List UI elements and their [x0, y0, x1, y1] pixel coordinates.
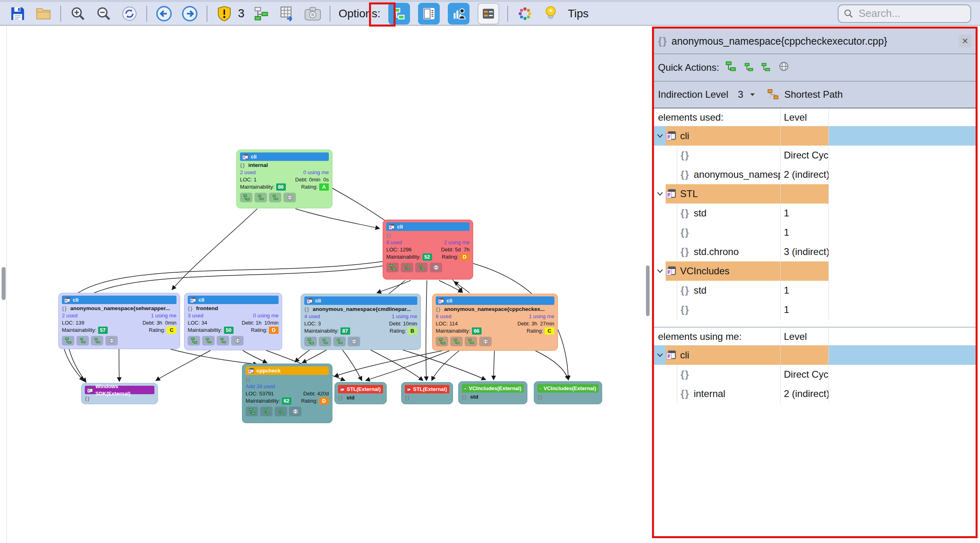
- node-used-count[interactable]: 4 used: [304, 313, 320, 320]
- graph-node-cppcheckexecutor[interactable]: cli{ }8 used2 using me LOC: 1296Debt: 5d…: [383, 220, 473, 280]
- zoom-out-button[interactable]: [95, 5, 113, 23]
- node-globe-button[interactable]: [289, 407, 301, 416]
- tree-group-cli[interactable]: cli: [654, 126, 976, 146]
- namespace-braces-icon: { }: [681, 169, 689, 180]
- left-scrollbar-thumb[interactable]: [2, 267, 6, 300]
- node-using-count[interactable]: 1 using me: [529, 313, 554, 320]
- node-graph2-button[interactable]: [415, 263, 428, 272]
- node-globe-button[interactable]: [231, 336, 244, 346]
- tree-item[interactable]: { }anonymous_namespace{cm 2 (indirect): [654, 165, 976, 184]
- node-using-count[interactable]: 1 using me: [151, 312, 176, 319]
- node-graph-button[interactable]: [202, 336, 215, 346]
- option-metrics-button[interactable]: [448, 3, 469, 25]
- screenshot-button[interactable]: [304, 5, 322, 23]
- color-wheel-button[interactable]: [516, 5, 534, 23]
- node-graph-button[interactable]: [260, 407, 273, 416]
- node-graph2-button[interactable]: [217, 336, 229, 346]
- close-icon[interactable]: ✕: [959, 35, 972, 47]
- node-globe-button[interactable]: [430, 263, 442, 272]
- node-graph-button[interactable]: [254, 193, 267, 202]
- node-globe-button[interactable]: [283, 193, 296, 202]
- node-used-count[interactable]: 2 used: [62, 312, 78, 319]
- forward-button[interactable]: [181, 5, 199, 23]
- node-using-count[interactable]: 2 using me: [444, 239, 469, 246]
- graph-node-vcincludes1[interactable]: VCIncludes(External){ }std: [458, 381, 527, 404]
- node-graph-button[interactable]: [319, 337, 331, 346]
- node-graph2-button[interactable]: [269, 193, 281, 202]
- search-box[interactable]: [838, 4, 971, 23]
- quick-action-graph-button[interactable]: [726, 63, 736, 74]
- save-button[interactable]: [9, 5, 27, 23]
- graph-node-cmdlineparser[interactable]: cli{ }anonymous_namespace{cmdlinepar...4…: [301, 294, 421, 350]
- tree-group-cli[interactable]: cli: [654, 346, 976, 365]
- graph-node-frontend[interactable]: cli{ }frontend3 used0 using me LOC: 34De…: [184, 293, 282, 350]
- node-expand-used-button[interactable]: [240, 193, 252, 202]
- chevron-down-icon[interactable]: [656, 351, 664, 359]
- node-globe-button[interactable]: [105, 336, 118, 346]
- warnings-button[interactable]: [215, 5, 233, 23]
- option-info-panel-button[interactable]: [418, 3, 440, 25]
- node-graph2-button[interactable]: [275, 407, 287, 416]
- chevron-down-icon[interactable]: [656, 132, 664, 140]
- node-using-count[interactable]: 0 using me: [253, 312, 279, 319]
- node-used-count[interactable]: 8 used: [386, 239, 402, 246]
- open-folder-button[interactable]: [35, 5, 52, 23]
- node-expand-used-button[interactable]: [304, 337, 317, 346]
- graph-node-sehwrapper[interactable]: cli{ }anonymous_namespace{sehwrapper...2…: [58, 293, 180, 349]
- quick-action-graph2-button[interactable]: [744, 63, 753, 74]
- graph-node-vcincludes2[interactable]: VCIncludes(External){ }: [534, 381, 602, 404]
- tree-group-VCIncludes[interactable]: VCIncludes: [654, 261, 976, 281]
- tree-item[interactable]: { }internal 2 (indirect): [654, 384, 976, 403]
- indirection-value[interactable]: 3: [738, 89, 743, 100]
- graph-node-internal[interactable]: cli{ }internal2 used0 using me LOC: 1Deb…: [236, 150, 332, 208]
- node-expand-used-button[interactable]: [436, 337, 448, 346]
- export-graph-button[interactable]: [278, 5, 296, 23]
- search-input[interactable]: [858, 7, 956, 20]
- tree-item[interactable]: { }std.chrono 3 (indirect): [654, 242, 976, 261]
- refresh-button[interactable]: [121, 5, 138, 23]
- shortest-path-label[interactable]: Shortest Path: [784, 89, 843, 100]
- option-list-view-button[interactable]: [478, 3, 499, 25]
- node-graph-button[interactable]: [76, 336, 89, 346]
- quick-action-graph3-button[interactable]: [761, 63, 770, 74]
- node-graph2-button[interactable]: [465, 337, 477, 346]
- node-using-count[interactable]: 1 using me: [392, 313, 417, 320]
- tips-button[interactable]: [542, 5, 560, 23]
- node-graph2-button[interactable]: [91, 336, 103, 346]
- node-used-count[interactable]: 2 used: [240, 169, 256, 176]
- chevron-down-icon[interactable]: [656, 190, 664, 198]
- tips-label: Tips: [568, 7, 588, 20]
- graph-node-stlexternal1[interactable]: STL(External){ }std: [334, 382, 387, 404]
- node-globe-button[interactable]: [479, 337, 492, 346]
- node-using-count[interactable]: 0 using me: [303, 169, 329, 176]
- node-used-count[interactable]: 3 used: [188, 312, 203, 319]
- graph-node-windowssdk[interactable]: Windows SDK(External){ }: [81, 383, 158, 404]
- node-expand-used-button[interactable]: [386, 263, 399, 272]
- tree-item[interactable]: { } Direct Cycle: [654, 365, 976, 384]
- graph-node-cppcheck[interactable]: cppcheck{ }Add 38 used LOC: 53791Debt: 4…: [242, 364, 332, 423]
- tree-item[interactable]: { } 1: [654, 223, 976, 242]
- chevron-down-icon[interactable]: [749, 91, 756, 98]
- node-expand-used-button[interactable]: [246, 407, 258, 416]
- graph-node-stlexternal2[interactable]: STL(External){ }: [401, 382, 453, 404]
- node-add-used-link[interactable]: Add 38 used: [246, 383, 329, 390]
- back-button[interactable]: [155, 5, 173, 23]
- chevron-down-icon[interactable]: [656, 267, 664, 275]
- quick-action-globe-button[interactable]: [779, 63, 789, 74]
- node-expand-used-button[interactable]: [188, 336, 200, 346]
- tree-item[interactable]: { }std 1: [654, 204, 976, 223]
- right-scrollbar-thumb[interactable]: [646, 265, 650, 316]
- tree-item[interactable]: { } Direct Cycle: [654, 146, 976, 165]
- node-used-count[interactable]: 6 used: [436, 313, 451, 320]
- graph-node-cppcheckex[interactable]: cli{ }anonymous_namespace{cppcheckex...6…: [432, 294, 558, 351]
- tree-group-STL[interactable]: STL: [654, 184, 976, 204]
- tree-item[interactable]: { } 1: [654, 300, 976, 319]
- node-graph-button[interactable]: [401, 263, 413, 272]
- hierarchy-view-button[interactable]: [252, 5, 270, 23]
- node-globe-button[interactable]: [348, 337, 360, 346]
- zoom-in-button[interactable]: [69, 5, 87, 23]
- node-graph-button[interactable]: [450, 337, 463, 346]
- node-expand-used-button[interactable]: [62, 336, 74, 346]
- tree-item[interactable]: { }std 1: [654, 281, 976, 300]
- node-graph2-button[interactable]: [333, 337, 346, 346]
